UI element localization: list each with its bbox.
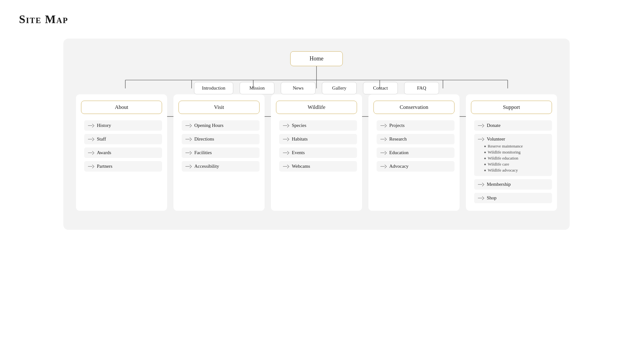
about-staff[interactable]: Staff [84,134,162,144]
arrow-icon [380,124,386,127]
arrow-icon [283,151,289,154]
section-conservation: Conservation Projects Research Educat [368,94,460,211]
volunteer-subitems: Reserve maintenance Wildlife monitoring … [478,144,548,173]
visit-facilities-label: Facilities [194,150,212,155]
arrow-icon [88,151,94,154]
section-visit-title[interactable]: Visit [179,101,260,114]
visit-directions-label: Directions [194,136,214,142]
support-volunteer-header[interactable]: Volunteer [478,136,548,142]
volunteer-wildlife-advocacy: Wildlife advocacy [484,168,548,173]
support-membership[interactable]: Membership [474,179,552,190]
sections-row: About History Staff Awards [76,94,557,211]
volunteer-reserve-maintenance: Reserve maintenance [484,144,548,149]
section-wildlife: Wildlife Species Habitats Events [271,94,362,211]
conservation-projects[interactable]: Projects [377,120,454,131]
conservation-education-label: Education [389,150,409,155]
section-wildlife-title[interactable]: Wildlife [276,101,357,114]
support-shop-label: Shop [487,195,497,201]
wildlife-species[interactable]: Species [279,120,357,131]
arrow-icon [380,138,386,141]
arrow-icon [380,151,386,154]
level2-faq[interactable]: FAQ [404,82,439,94]
home-level: Home [76,51,557,66]
diagram-wrapper: Introduction Mission News Gallery Contac… [76,66,557,211]
volunteer-wildlife-advocacy-label: Wildlife advocacy [488,168,518,173]
arrow-icon [478,124,484,127]
support-donate-label: Donate [487,123,500,128]
about-awards[interactable]: Awards [84,147,162,158]
level2-gallery[interactable]: Gallery [322,82,357,94]
connector-space-top [76,66,557,82]
section-support-title[interactable]: Support [471,101,552,114]
volunteer-wildlife-care: Wildlife care [484,162,548,167]
about-awards-label: Awards [97,150,111,155]
arrow-icon [185,124,191,127]
about-partners[interactable]: Partners [84,161,162,172]
bullet-icon [484,170,486,171]
about-history[interactable]: History [84,120,162,131]
section-conservation-title[interactable]: Conservation [373,101,454,114]
wildlife-habitats-label: Habitats [292,136,308,142]
volunteer-wildlife-education: Wildlife education [484,156,548,161]
section-visit: Visit Opening Hours Directions Facili [173,94,265,211]
section-about-title[interactable]: About [81,101,162,114]
home-node[interactable]: Home [290,51,343,66]
section-about: About History Staff Awards [76,94,167,211]
arrow-icon [478,183,484,186]
section-support: Support Donate Volunteer [466,94,557,211]
support-shop[interactable]: Shop [474,193,552,203]
level2-introduction[interactable]: Introduction [194,82,233,94]
arrow-icon [478,138,484,141]
about-staff-label: Staff [97,136,106,142]
visit-accessibility[interactable]: Accessibility [182,161,260,172]
volunteer-wildlife-education-label: Wildlife education [488,156,518,161]
level2-row: Introduction Mission News Gallery Contac… [76,82,557,94]
visit-opening-hours-label: Opening Hours [194,123,223,128]
level2-news[interactable]: News [281,82,316,94]
wildlife-species-label: Species [292,123,306,128]
bullet-icon [484,164,486,165]
bullet-icon [484,146,486,147]
visit-accessibility-label: Accessibility [194,164,219,169]
wildlife-webcams-label: Webcams [292,164,310,169]
arrow-icon [185,138,191,141]
bullet-icon [484,152,486,153]
conservation-education[interactable]: Education [377,147,454,158]
level2-contact[interactable]: Contact [363,82,398,94]
conservation-research[interactable]: Research [377,134,454,144]
arrow-icon [185,151,191,154]
visit-directions[interactable]: Directions [182,134,260,144]
arrow-icon [283,165,289,168]
support-donate[interactable]: Donate [474,120,552,131]
wildlife-habitats[interactable]: Habitats [279,134,357,144]
page-container: Site Map Home [0,0,633,230]
level2-mission[interactable]: Mission [240,82,274,94]
wildlife-webcams[interactable]: Webcams [279,161,357,172]
arrow-icon [88,165,94,168]
arrow-icon [283,124,289,127]
section-visit-items: Opening Hours Directions Facilities [179,120,260,172]
arrow-icon [478,197,484,200]
volunteer-wildlife-monitoring: Wildlife monitoring [484,150,548,155]
conservation-research-label: Research [389,136,407,142]
conservation-advocacy[interactable]: Advocacy [377,161,454,172]
arrow-icon [88,138,94,141]
arrow-icon [380,165,386,168]
visit-facilities[interactable]: Facilities [182,147,260,158]
volunteer-reserve-maintenance-label: Reserve maintenance [488,144,523,149]
support-membership-label: Membership [487,182,511,187]
arrow-icon [185,165,191,168]
section-conservation-items: Projects Research Education Advocac [373,120,454,172]
about-partners-label: Partners [97,164,112,169]
volunteer-wildlife-monitoring-label: Wildlife monitoring [488,150,521,155]
arrow-icon [283,138,289,141]
bullet-icon [484,158,486,159]
wildlife-events[interactable]: Events [279,147,357,158]
conservation-advocacy-label: Advocacy [389,164,409,169]
support-volunteer-label: Volunteer [487,136,505,142]
section-support-items: Donate Volunteer Reserve maintenance [471,120,552,203]
volunteer-wildlife-care-label: Wildlife care [488,162,509,167]
section-wildlife-items: Species Habitats Events Webcams [276,120,357,172]
wildlife-events-label: Events [292,150,305,155]
visit-opening-hours[interactable]: Opening Hours [182,120,260,131]
